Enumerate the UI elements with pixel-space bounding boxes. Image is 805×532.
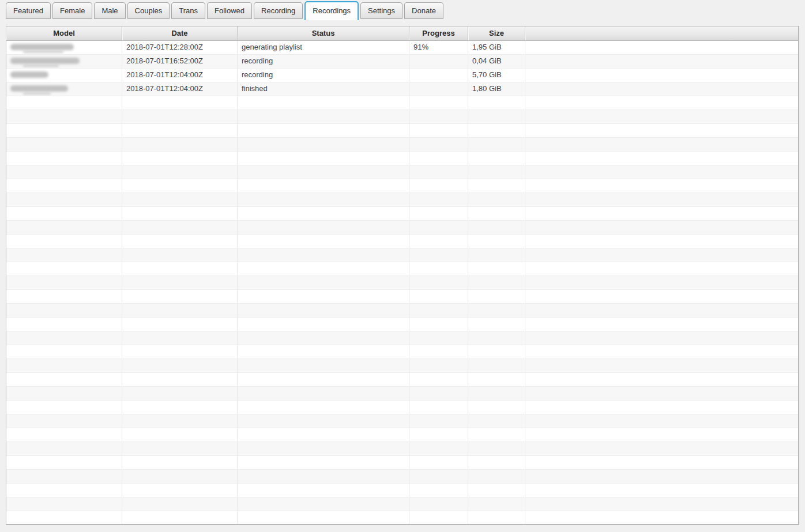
size-cell: 5,70 GiB [468,69,525,82]
empty-cell [468,387,525,400]
empty-cell [6,304,122,317]
table-row-empty [6,235,798,248]
table-row-empty [6,401,798,414]
tab-couples[interactable]: Couples [127,2,170,19]
empty-cell [238,497,409,511]
empty-cell [468,248,525,262]
empty-cell [468,304,525,317]
tab-featured[interactable]: Featured [6,2,51,19]
progress-cell [409,82,468,96]
empty-cell [122,484,238,497]
empty-cell [6,387,122,400]
empty-cell [6,152,122,165]
empty-cell [6,165,122,179]
progress-cell [409,55,468,68]
empty-cell [6,456,122,469]
table-header-row: ModelDateStatusProgressSize [6,27,798,41]
filler-cell [525,55,798,68]
empty-cell [122,290,238,303]
size-cell: 1,95 GiB [468,41,525,54]
filler-cell [525,345,798,359]
empty-cell [409,484,468,497]
table-row[interactable]: 2018-07-01T12:04:00Zfinished1,80 GiB [6,82,798,96]
empty-cell [122,235,238,248]
tab-trans[interactable]: Trans [171,2,205,19]
table-row-empty [6,110,798,124]
empty-cell [409,442,468,455]
empty-cell [6,359,122,372]
empty-cell [238,138,409,151]
column-header-size[interactable]: Size [468,27,525,40]
empty-cell [238,331,409,345]
empty-cell [409,276,468,289]
column-header-date[interactable]: Date [122,27,238,40]
filler-cell [525,470,798,483]
redacted-model-name [10,44,74,50]
tab-recordings[interactable]: Recordings [304,1,359,20]
empty-cell [122,442,238,455]
tab-settings[interactable]: Settings [360,2,402,19]
table-row[interactable]: 2018-07-01T16:52:00Zrecording0,04 GiB [6,55,798,69]
filler-cell [525,456,798,469]
model-cell [6,41,122,54]
filler-cell [525,511,798,525]
filler-cell [525,69,798,82]
empty-cell [6,428,122,442]
empty-cell [6,235,122,248]
table-row-empty [6,96,798,110]
empty-cell [409,207,468,220]
date-cell: 2018-07-01T16:52:00Z [122,55,238,68]
empty-cell [122,124,238,137]
empty-cell [468,442,525,455]
filler-cell [525,262,798,276]
empty-cell [238,345,409,359]
empty-cell [468,207,525,220]
date-cell: 2018-07-01T12:04:00Z [122,69,238,82]
tab-female[interactable]: Female [52,2,92,19]
column-header-progress[interactable]: Progress [409,27,468,40]
empty-cell [468,401,525,414]
empty-cell [6,373,122,386]
empty-cell [122,318,238,331]
table-row-empty [6,359,798,373]
progress-cell: 91% [409,41,468,54]
empty-cell [122,304,238,317]
empty-cell [238,262,409,276]
tab-donate[interactable]: Donate [404,2,443,19]
date-cell: 2018-07-01T12:28:00Z [122,41,238,54]
empty-cell [6,414,122,428]
tab-followed[interactable]: Followed [207,2,252,19]
empty-cell [238,152,409,165]
empty-cell [409,456,468,469]
empty-cell [468,359,525,372]
empty-cell [238,359,409,372]
tab-male[interactable]: Male [94,2,125,19]
table-row-empty [6,262,798,276]
empty-cell [238,221,409,234]
model-cell [6,55,122,68]
empty-cell [409,304,468,317]
empty-cell [6,331,122,345]
table-row-empty [6,470,798,484]
table-row-empty [6,331,798,345]
empty-cell [122,414,238,428]
empty-cell [409,497,468,511]
empty-cell [468,193,525,206]
empty-cell [122,276,238,289]
empty-cell [468,221,525,234]
recordings-table: ModelDateStatusProgressSize 2018-07-01T1… [6,26,799,525]
date-cell: 2018-07-01T12:04:00Z [122,82,238,96]
tab-recording[interactable]: Recording [254,2,303,19]
table-row-empty [6,179,798,193]
column-header-model[interactable]: Model [6,27,122,40]
empty-cell [238,235,409,248]
empty-cell [409,414,468,428]
empty-cell [409,221,468,234]
table-row-empty [6,387,798,401]
table-row[interactable]: 2018-07-01T12:04:00Zrecording5,70 GiB [6,69,798,82]
empty-cell [238,110,409,123]
table-row[interactable]: 2018-07-01T12:28:00Zgenerating playlist9… [6,41,798,55]
empty-cell [468,511,525,525]
column-header-status[interactable]: Status [238,27,409,40]
empty-cell [238,193,409,206]
